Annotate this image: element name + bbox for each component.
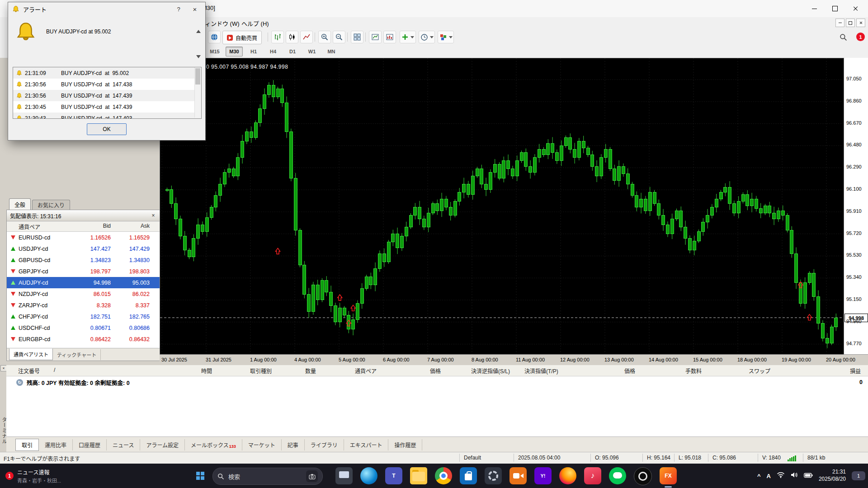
- time-axis[interactable]: 30 Jul 202531 Jul 20251 Aug 00:004 Aug 0…: [160, 354, 868, 366]
- tab-journal[interactable]: 操作履歴: [388, 439, 422, 450]
- col-tp[interactable]: 決済指値(T/P): [524, 367, 558, 375]
- notification-count-badge[interactable]: 1: [852, 471, 865, 480]
- market-row-nzdjpy[interactable]: NZDJPY-cd86.01586.022: [7, 288, 160, 300]
- timeframe-d1-button[interactable]: D1: [284, 47, 301, 56]
- col-price[interactable]: 価格: [430, 367, 441, 375]
- market-row-eurusd[interactable]: EURUSD-cd1.165261.16529: [7, 232, 160, 243]
- chart-close-button[interactable]: [856, 19, 865, 27]
- market-row-zarjpy[interactable]: ZARJPY-cd8.3288.337: [7, 300, 160, 311]
- camera-app-icon[interactable]: [509, 467, 527, 484]
- sort-indicator[interactable]: /: [54, 367, 55, 373]
- ok-button[interactable]: OK: [87, 123, 127, 135]
- col-type[interactable]: 取引種別: [250, 367, 272, 375]
- recorder-app-icon[interactable]: [634, 467, 652, 485]
- timeframe-h1-button[interactable]: H1: [245, 47, 262, 56]
- taskbar-clock[interactable]: 21:31 2025/08/20: [819, 469, 846, 483]
- alert-close-button[interactable]: ×: [189, 5, 201, 14]
- tab-news[interactable]: ニュース: [107, 439, 140, 450]
- nav-tab-0[interactable]: 全般: [9, 198, 31, 210]
- tab-experts[interactable]: エキスパート: [344, 439, 389, 450]
- market-watch-close-button[interactable]: ×: [150, 212, 157, 219]
- col-profit[interactable]: 損益: [850, 367, 861, 375]
- tab-tick-chart[interactable]: ティックチャート: [53, 349, 101, 360]
- market-row-gbpjpy[interactable]: GBPJPY-cd198.797198.803: [7, 266, 160, 277]
- line-chart-icon[interactable]: [300, 31, 313, 43]
- close-button[interactable]: [845, 0, 866, 17]
- col-close-price[interactable]: 価格: [624, 367, 635, 375]
- zoom-out-icon[interactable]: [333, 31, 345, 43]
- alert-row[interactable]: 21:30:45BUY USDJPY-cd at 147.439: [13, 101, 201, 113]
- tab-market[interactable]: マーケット: [242, 439, 282, 450]
- market-row-eurgbp[interactable]: EURGBP-cd0.864220.86432: [7, 333, 160, 345]
- edge-icon[interactable]: [360, 467, 377, 484]
- col-volume[interactable]: 数量: [305, 367, 316, 375]
- terminal-columns[interactable]: / 注文番号時間取引種別数量通貨ペア価格決済逆指値(S/L)決済指値(T/P)価…: [6, 365, 868, 376]
- tab-alarm-settings[interactable]: アラーム設定: [140, 439, 185, 450]
- timeframe-m30-button[interactable]: M30: [226, 47, 243, 56]
- timeframe-w1-button[interactable]: W1: [303, 47, 321, 56]
- alert-row[interactable]: 21:30:56BUY USDJPY-cd at 147.438: [13, 79, 201, 90]
- template-icon[interactable]: [438, 31, 454, 43]
- tab-mailbox[interactable]: メールボックス133: [185, 439, 242, 450]
- metatrader-icon[interactable]: FX: [660, 467, 677, 484]
- alert-row[interactable]: 21:30:43BUY USDJPY-cd at 147.403: [13, 113, 201, 119]
- market-watch-columns[interactable]: 通貨ペア Bid Ask: [7, 221, 160, 232]
- notification-badge[interactable]: 1: [856, 33, 865, 41]
- tab-exposure[interactable]: 運用比率: [39, 439, 73, 450]
- firefox-icon[interactable]: [559, 467, 576, 484]
- scrollbar[interactable]: [194, 67, 201, 117]
- market-row-usdjpy[interactable]: USDJPY-cd147.427147.429: [7, 243, 160, 254]
- help-button[interactable]: ?: [172, 5, 185, 14]
- period-icon[interactable]: [419, 31, 435, 43]
- col-bid[interactable]: Bid: [74, 223, 111, 229]
- alert-list[interactable]: 21:31:09BUY AUDJPY-cd at 95.00221:30:56B…: [13, 67, 202, 119]
- timeframe-mn-button[interactable]: MN: [323, 47, 340, 56]
- alert-row[interactable]: 21:31:09BUY AUDJPY-cd at 95.002: [13, 67, 201, 79]
- tab-articles[interactable]: 記事: [282, 439, 305, 450]
- ime-indicator[interactable]: A: [767, 473, 771, 479]
- yahoo-icon[interactable]: Y!: [534, 467, 552, 484]
- col-symbol[interactable]: 通貨ペア: [355, 367, 377, 375]
- col-commission[interactable]: 手数料: [685, 367, 702, 375]
- battery-icon[interactable]: [804, 472, 813, 480]
- chart-restore-button[interactable]: [846, 19, 855, 27]
- alert-row[interactable]: 21:30:56BUY USDJPY-cd at 147.439: [13, 90, 201, 101]
- col-ask[interactable]: Ask: [113, 223, 150, 229]
- col-time[interactable]: 時間: [201, 367, 212, 375]
- maximize-button[interactable]: [825, 0, 845, 17]
- chart-minimize-button[interactable]: [835, 19, 844, 27]
- community-icon[interactable]: [208, 31, 221, 43]
- tab-account-history[interactable]: 口座履歴: [73, 439, 107, 450]
- notification-toast[interactable]: 1 ニュース速報 青森・岩手・秋田...: [5, 466, 89, 485]
- chart-profile-icon[interactable]: [369, 31, 382, 43]
- desktop-app-icon[interactable]: [335, 467, 353, 484]
- menu-help[interactable]: ヘルプ (H): [241, 19, 269, 28]
- alert-titlebar[interactable]: アラート ? ×: [8, 2, 205, 16]
- chrome-icon[interactable]: [435, 467, 452, 484]
- col-order[interactable]: 注文番号: [18, 367, 40, 375]
- volume-icon[interactable]: [791, 472, 798, 480]
- col-sl[interactable]: 決済逆指値(S/L): [471, 367, 510, 375]
- bar-chart-icon[interactable]: [271, 31, 284, 43]
- add-indicator-icon[interactable]: [400, 31, 416, 43]
- chart-canvas[interactable]: 0 95.007 95.008 94.987 94.998: [160, 58, 844, 355]
- wifi-icon[interactable]: [777, 472, 785, 480]
- nav-tab-1[interactable]: お気に入り: [32, 200, 70, 210]
- timeframe-m15-button[interactable]: M15: [206, 47, 223, 56]
- settings-gear-icon[interactable]: [485, 467, 502, 484]
- tab-symbol-list[interactable]: 通貨ペアリスト: [9, 348, 53, 360]
- file-explorer-icon[interactable]: [410, 467, 427, 484]
- market-row-usdchf[interactable]: USDCHF-cd0.806710.80686: [7, 322, 160, 333]
- candlestick-chart[interactable]: [160, 58, 844, 355]
- teams-icon[interactable]: T: [385, 467, 402, 484]
- scroll-down-button[interactable]: [194, 53, 203, 60]
- col-symbol[interactable]: 通貨ペア: [19, 223, 40, 230]
- scrollbar-thumb[interactable]: [195, 68, 200, 84]
- visual-search-icon[interactable]: [306, 470, 318, 482]
- search-icon[interactable]: [837, 31, 849, 43]
- auto-trade-button[interactable]: 自動売買: [222, 31, 262, 44]
- market-watch-header[interactable]: 気配値表示: 15:31:16 ×: [7, 210, 160, 221]
- chat-app-icon[interactable]: [609, 467, 626, 484]
- price-axis[interactable]: 94.998 97.05096.86096.67096.48096.29096.…: [844, 58, 868, 354]
- col-swap[interactable]: スワップ: [749, 367, 770, 375]
